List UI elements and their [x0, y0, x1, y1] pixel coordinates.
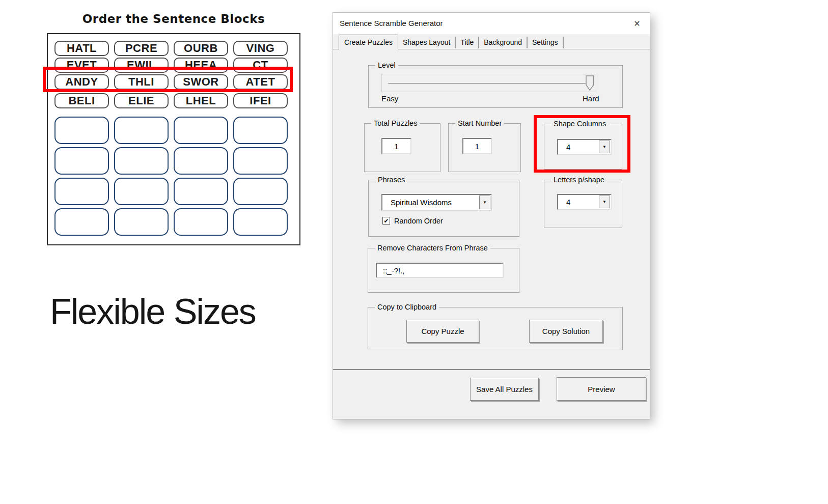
shape-columns-group: Shape Columns 4 ▼ — [544, 124, 622, 170]
empty-block — [54, 208, 109, 236]
tab-settings[interactable]: Settings — [528, 37, 564, 48]
slider-track — [388, 83, 586, 83]
empty-block — [114, 117, 169, 144]
remove-characters-group: Remove Characters From Phrase — [368, 248, 519, 293]
level-group: Level Easy Hard — [368, 65, 623, 108]
chevron-down-icon[interactable]: ▼ — [599, 195, 610, 208]
letter-block: EWIL — [114, 58, 169, 73]
empty-block — [174, 208, 228, 236]
total-puzzles-group: Total Puzzles — [364, 123, 440, 172]
empty-row — [54, 178, 288, 205]
worksheet-grid: HATL PCRE OURB VING EVET EWIL HEEA CT AN… — [47, 33, 300, 245]
letter-block: ATET — [233, 74, 288, 90]
chevron-down-icon[interactable]: ▼ — [479, 195, 490, 209]
level-hard-label: Hard — [583, 94, 599, 103]
phrases-group: Phrases Spiritual Wisdoms ▼ ✔ Random Ord… — [368, 180, 519, 237]
chevron-down-icon[interactable]: ▼ — [599, 141, 610, 153]
letter-block: PCRE — [114, 41, 169, 56]
letter-block: LHEL — [174, 93, 228, 108]
empty-block — [114, 208, 169, 236]
letter-block: THLI — [114, 74, 169, 90]
level-slider[interactable] — [381, 74, 595, 92]
random-order-checkbox[interactable]: ✔ — [382, 217, 390, 225]
shape-columns-dropdown[interactable]: 4 ▼ — [557, 139, 612, 155]
copy-to-clipboard-label: Copy to Clipboard — [375, 303, 439, 311]
phrases-selected-value: Spiritual Wisdoms — [382, 195, 479, 210]
letter-block: IFEI — [233, 93, 288, 108]
letter-row: BELI ELIE LHEL IFEI — [54, 93, 288, 108]
letter-block: CT — [233, 58, 288, 73]
letter-row: HATL PCRE OURB VING — [54, 41, 288, 56]
letter-block: ELIE — [114, 93, 169, 108]
preview-button[interactable]: Preview — [557, 377, 646, 401]
level-easy-label: Easy — [381, 94, 398, 103]
copy-solution-button[interactable]: Copy Solution — [529, 320, 603, 343]
letter-block: SWOR — [174, 74, 228, 90]
empty-block — [54, 147, 109, 175]
empty-block — [174, 117, 228, 144]
empty-row — [54, 117, 288, 144]
copy-puzzle-button[interactable]: Copy Puzzle — [406, 320, 479, 343]
phrases-dropdown[interactable]: Spiritual Wisdoms ▼ — [381, 194, 492, 211]
phrases-label: Phrases — [375, 176, 407, 184]
empty-block — [233, 117, 288, 144]
dialog-title: Sentence Scramble Generator — [340, 19, 443, 27]
tab-create-puzzles[interactable]: Create Puzzles — [339, 35, 398, 49]
letter-block: BELI — [54, 93, 109, 108]
tab-title[interactable]: Title — [456, 37, 479, 48]
start-number-label: Start Number — [455, 119, 504, 127]
empty-block — [233, 208, 288, 236]
empty-block — [233, 178, 288, 205]
screenshot-canvas: Order the Sentence Blocks HATL PCRE OURB… — [0, 0, 828, 504]
shape-columns-label: Shape Columns — [551, 120, 609, 128]
footer-divider — [333, 369, 650, 370]
letter-row: EVET EWIL HEEA CT — [54, 58, 288, 73]
letter-block: VING — [233, 41, 288, 56]
tab-background[interactable]: Background — [479, 37, 528, 48]
level-group-label: Level — [375, 61, 398, 69]
letter-block: EVET — [54, 58, 109, 73]
caption-flexible-sizes: Flexible Sizes — [50, 291, 256, 332]
letter-block: HATL — [54, 41, 109, 56]
empty-row — [54, 208, 288, 236]
remove-characters-label: Remove Characters From Phrase — [375, 244, 490, 252]
total-puzzles-input[interactable] — [381, 138, 411, 154]
letters-per-shape-group: Letters p/shape 4 ▼ — [544, 180, 622, 228]
empty-block — [114, 178, 169, 205]
letter-block: HEEA — [174, 58, 228, 73]
sentence-scramble-generator-dialog: Sentence Scramble Generator ✕ Create Puz… — [333, 13, 650, 419]
close-icon[interactable]: ✕ — [631, 18, 643, 29]
letters-per-shape-dropdown[interactable]: 4 ▼ — [557, 194, 612, 210]
start-number-group: Start Number — [448, 123, 521, 172]
dialog-titlebar: Sentence Scramble Generator ✕ — [333, 13, 650, 34]
letter-block: OURB — [174, 41, 228, 56]
empty-block — [54, 178, 109, 205]
save-all-puzzles-button[interactable]: Save All Puzzles — [470, 378, 539, 401]
letters-per-shape-label: Letters p/shape — [551, 176, 607, 184]
copy-to-clipboard-group: Copy to Clipboard Copy Puzzle Copy Solut… — [368, 307, 623, 350]
empty-block — [114, 147, 169, 175]
empty-block — [174, 147, 228, 175]
tab-shapes-layout[interactable]: Shapes Layout — [398, 37, 456, 48]
letter-row-highlighted: ANDY THLI SWOR ATET — [54, 74, 288, 90]
empty-block — [233, 147, 288, 175]
empty-block — [54, 117, 109, 144]
random-order-label: Random Order — [394, 217, 443, 225]
worksheet-title: Order the Sentence Blocks — [47, 12, 300, 25]
shape-columns-value: 4 — [558, 140, 598, 154]
start-number-input[interactable] — [462, 138, 492, 154]
letter-block: ANDY — [54, 74, 109, 90]
letters-per-shape-value: 4 — [558, 195, 598, 209]
tab-strip: Create Puzzles Shapes Layout Title Backg… — [333, 34, 650, 49]
empty-block — [174, 178, 228, 205]
slider-thumb[interactable] — [586, 75, 594, 91]
remove-characters-input[interactable] — [376, 263, 504, 278]
total-puzzles-label: Total Puzzles — [371, 119, 420, 127]
empty-row — [54, 147, 288, 175]
